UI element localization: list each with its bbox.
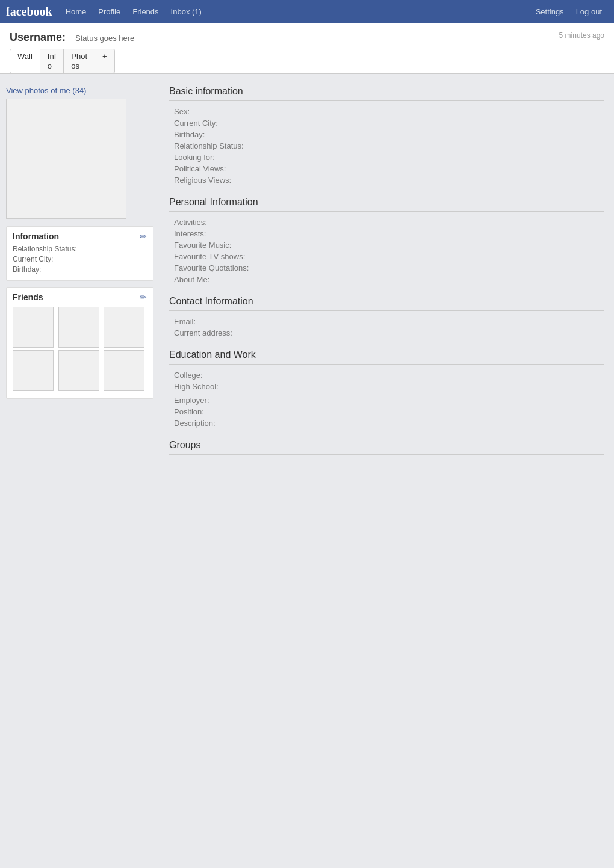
field-city: Current City: <box>169 119 604 128</box>
field-email: Email: <box>169 317 604 326</box>
basic-info-title: Basic information <box>169 86 604 97</box>
field-looking-for: Looking for: <box>169 153 604 162</box>
field-employer: Employer: <box>169 396 604 405</box>
contact-info-title: Contact Information <box>169 296 604 307</box>
personal-info-section: Personal Information Activities: Interes… <box>169 197 604 284</box>
friends-grid-row2 <box>13 350 147 391</box>
field-birthday: Birthday: <box>169 130 604 139</box>
friend-thumb-3 <box>104 307 144 348</box>
education-work-section: Education and Work College: High School:… <box>169 349 604 428</box>
tab-more[interactable]: + <box>95 49 115 73</box>
profile-tabs: Wall Info Photos + <box>10 49 604 73</box>
right-nav-area: Settings Log out <box>530 7 608 16</box>
friend-thumb-5 <box>58 350 99 391</box>
groups-section: Groups <box>169 440 604 455</box>
field-political: Political Views: <box>169 164 604 173</box>
contact-info-divider <box>169 310 604 311</box>
field-about-me: About Me: <box>169 275 604 284</box>
field-description: Description: <box>169 419 604 428</box>
field-relationship: Relationship Status: <box>169 141 604 150</box>
friends-header: Friends ✏ <box>13 292 147 302</box>
contact-info-section: Contact Information Email: Current addre… <box>169 296 604 337</box>
field-fav-tv: Favourite TV shows: <box>169 252 604 261</box>
right-content: Basic information Sex: Current City: Bir… <box>160 80 614 473</box>
groups-divider <box>169 454 604 455</box>
profile-photo-box <box>6 99 126 219</box>
information-box: Information ✏ Relationship Status: Curre… <box>6 226 154 281</box>
field-religious: Religious Views: <box>169 176 604 185</box>
profile-top: Username: Status goes here 5 minutes ago <box>10 31 604 44</box>
nav-inbox[interactable]: Inbox (1) <box>165 7 208 16</box>
nav-home[interactable]: Home <box>60 7 93 16</box>
nav-settings[interactable]: Settings <box>530 7 570 16</box>
friends-edit-icon[interactable]: ✏ <box>140 292 147 302</box>
information-title: Information <box>13 232 59 241</box>
friends-title: Friends <box>13 292 43 302</box>
field-activities: Activities: <box>169 218 604 227</box>
username-status-row: Username: Status goes here <box>10 31 559 44</box>
nav-friends[interactable]: Friends <box>126 7 164 16</box>
status-input[interactable]: Status goes here <box>75 34 134 43</box>
field-college: College: <box>169 371 604 380</box>
basic-info-section: Basic information Sex: Current City: Bir… <box>169 86 604 185</box>
profile-timestamp: 5 minutes ago <box>559 31 604 40</box>
main-content: View photos of me (34) Information ✏ Rel… <box>0 74 614 479</box>
friend-thumb-4 <box>13 350 54 391</box>
nav-logout[interactable]: Log out <box>570 7 608 16</box>
basic-info-divider <box>169 100 604 101</box>
friends-box: Friends ✏ <box>6 287 154 399</box>
groups-title: Groups <box>169 440 604 451</box>
info-relationship: Relationship Status: <box>13 245 147 253</box>
field-address: Current address: <box>169 328 604 337</box>
left-sidebar: View photos of me (34) Information ✏ Rel… <box>0 80 160 473</box>
education-work-divider <box>169 364 604 365</box>
field-sex: Sex: <box>169 107 604 116</box>
field-interests: Interests: <box>169 229 604 238</box>
field-fav-quotes: Favourite Quotations: <box>169 263 604 272</box>
top-navigation: facebook Home Profile Friends Inbox (1) … <box>0 0 614 23</box>
field-position: Position: <box>169 407 604 416</box>
personal-info-title: Personal Information <box>169 197 604 208</box>
profile-username-area: Username: Status goes here <box>10 31 559 44</box>
nav-profile[interactable]: Profile <box>92 7 126 16</box>
profile-header: Username: Status goes here 5 minutes ago… <box>0 23 614 74</box>
tab-info[interactable]: Info <box>40 49 64 73</box>
friend-thumb-2 <box>58 307 99 348</box>
info-city: Current City: <box>13 255 147 263</box>
information-box-header: Information ✏ <box>13 232 147 241</box>
information-edit-icon[interactable]: ✏ <box>140 232 147 241</box>
friend-thumb-6 <box>104 350 144 391</box>
info-birthday: Birthday: <box>13 265 147 274</box>
friends-grid-row1 <box>13 307 147 348</box>
field-fav-music: Favourite Music: <box>169 241 604 250</box>
personal-info-divider <box>169 211 604 212</box>
username-label: Username: <box>10 31 66 44</box>
view-photos-link[interactable]: View photos of me (34) <box>6 86 154 95</box>
tab-photos[interactable]: Photos <box>63 49 95 73</box>
field-high-school: High School: <box>169 382 604 391</box>
friend-thumb-1 <box>13 307 54 348</box>
education-work-title: Education and Work <box>169 349 604 360</box>
page-wrapper: Username: Status goes here 5 minutes ago… <box>0 23 614 479</box>
tab-wall[interactable]: Wall <box>10 49 40 73</box>
facebook-logo: facebook <box>6 5 52 19</box>
